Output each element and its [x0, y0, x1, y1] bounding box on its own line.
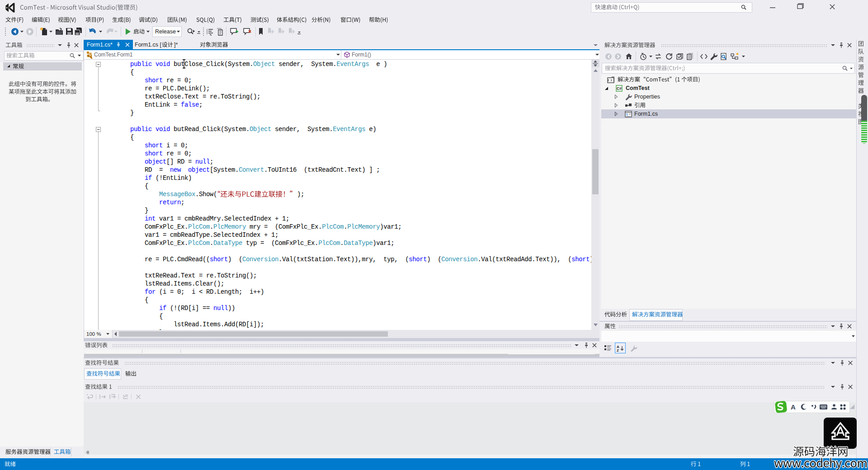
- svg-text:A: A: [791, 403, 796, 411]
- svg-text:C#: C#: [617, 86, 622, 91]
- svg-text:Z: Z: [617, 348, 619, 352]
